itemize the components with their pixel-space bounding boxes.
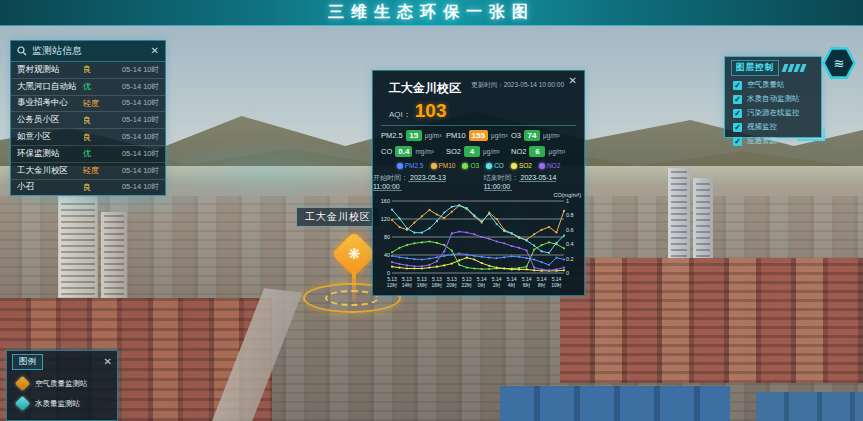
pollutant-unit: μg/m³ — [548, 148, 565, 155]
layer-item[interactable]: ✓视频监控 — [725, 120, 821, 134]
layer-panel: 图层控制 ✓空气质量站✓水质自动监测站✓污染源在线监控✓视频监控✓应急资源 — [724, 56, 822, 138]
aqi-popup: 工大金川校区 更新时间：2023-05-14 10:00:00 ✕ AQI： 1… — [372, 70, 585, 296]
pollutant-value-badge: 0.4 — [395, 146, 412, 157]
industrial-roofs — [756, 392, 863, 421]
station-grade: 良 — [83, 132, 109, 143]
legend-dot-icon — [397, 163, 403, 169]
legend-item: 空气质量监测站 — [7, 373, 117, 393]
checkbox-checked-icon[interactable]: ✓ — [733, 109, 742, 118]
pollutant-cell: O374μg/m³ — [511, 130, 576, 141]
title-bar: 三维生态环保一张图 — [0, 0, 863, 26]
chart-series-PM10 — [392, 206, 564, 240]
pollutant-name: O3 — [511, 131, 521, 140]
update-time: 更新时间：2023-05-14 10:00:00 — [471, 81, 564, 90]
map-legend-title: 图例 — [12, 354, 43, 370]
aqi-popup-title: 工大金川校区 — [389, 81, 461, 95]
popup-chart: 0408012016000.20.40.60.81CO(mg/m³)5.1312… — [373, 192, 582, 292]
station-row[interactable]: 工大金川校区轻度05-14 10时 — [11, 163, 165, 180]
layer-label: 水质自动监测站 — [747, 94, 800, 104]
station-row[interactable]: 小召良05-14 10时 — [11, 180, 165, 197]
close-icon[interactable]: ✕ — [569, 76, 577, 86]
layer-item[interactable]: ✓水质自动监测站 — [725, 92, 821, 106]
layer-label: 污染源在线监控 — [747, 108, 800, 118]
legend-label: PM2.5 — [405, 162, 424, 169]
layer-item[interactable]: ✓空气质量站 — [725, 78, 821, 92]
pollutant-value-badge: 74 — [524, 130, 540, 141]
layer-item[interactable]: ✓应急资源 — [725, 134, 821, 148]
legend-label: SO2 — [519, 162, 532, 169]
map-legend-header: 图例 ✕ — [7, 351, 117, 373]
station-grade: 轻度 — [83, 98, 109, 109]
chart-legend-item[interactable]: PM2.5 — [397, 162, 424, 169]
svg-text:CO(mg/m³): CO(mg/m³) — [554, 192, 582, 198]
checkbox-checked-icon[interactable]: ✓ — [733, 137, 742, 146]
chart-legend-item[interactable]: NO2 — [539, 162, 560, 169]
layer-label: 空气质量站 — [747, 80, 785, 90]
svg-text:40: 40 — [384, 252, 390, 258]
station-name: 大黑河口自动站 — [17, 81, 83, 93]
close-icon[interactable]: ✕ — [104, 357, 112, 367]
station-grade: 轻度 — [83, 165, 109, 176]
chart-legend-item[interactable]: SO2 — [511, 162, 532, 169]
checkbox-checked-icon[interactable]: ✓ — [733, 95, 742, 104]
svg-text:5.1312时: 5.1312时 — [387, 276, 398, 288]
chart-legend-item[interactable]: O3 — [462, 162, 479, 169]
svg-text:0: 0 — [566, 270, 569, 276]
building-highrise — [668, 168, 690, 272]
svg-text:5.146时: 5.146时 — [522, 276, 532, 288]
station-grade: 良 — [83, 115, 109, 126]
pollutant-cell: PM2.515μg/m³ — [381, 130, 446, 141]
station-name: 公务员小区 — [17, 114, 83, 126]
pollutant-value-badge: 15 — [406, 130, 422, 141]
pollutant-unit: μg/m³ — [543, 132, 560, 139]
svg-text:0.6: 0.6 — [566, 227, 574, 233]
map-legend-panel: 图例 ✕ 空气质量监测站水质量监测站 — [6, 350, 118, 421]
legend-label: PM10 — [439, 162, 456, 169]
station-row[interactable]: 事业招考中心轻度05-14 10时 — [11, 96, 165, 113]
checkbox-checked-icon[interactable]: ✓ — [733, 123, 742, 132]
close-icon[interactable]: ✕ — [151, 46, 159, 56]
chart-legend: PM2.5PM10O3COSO2NO2 — [373, 162, 584, 169]
station-grade: 良 — [83, 182, 109, 193]
station-row[interactable]: 公务员小区良05-14 10时 — [11, 112, 165, 129]
stripe-decoration — [783, 64, 805, 72]
svg-text:5.148时: 5.148时 — [537, 276, 547, 288]
aqi-label: AQI： — [389, 109, 411, 120]
layer-label: 应急资源 — [747, 136, 777, 146]
legend-item: 水质量监测站 — [7, 393, 117, 413]
legend-item-label: 空气质量监测站 — [35, 379, 88, 389]
map-legend-list: 空气质量监测站水质量监测站 — [7, 373, 117, 413]
pollutant-value-badge: 6 — [529, 146, 545, 157]
pollutant-unit: μg/m³ — [425, 132, 442, 139]
chart-legend-item[interactable]: PM10 — [431, 162, 456, 169]
time-range-row: 开始时间：2023-05-13 11:00:00 结束时间：2023-05-14… — [373, 173, 584, 190]
svg-text:5.1410时: 5.1410时 — [551, 276, 562, 288]
layer-item[interactable]: ✓污染源在线监控 — [725, 106, 821, 120]
layer-label: 视频监控 — [747, 122, 777, 132]
checkbox-checked-icon[interactable]: ✓ — [733, 81, 742, 90]
svg-text:5.1322时: 5.1322时 — [462, 276, 473, 288]
svg-text:80: 80 — [384, 234, 390, 240]
station-panel-header: 监测站信息 ✕ — [11, 41, 165, 62]
chart-legend-item[interactable]: CO — [486, 162, 504, 169]
page-title: 三维生态环保一张图 — [328, 2, 535, 23]
station-time: 05-14 10时 — [109, 149, 159, 159]
station-panel: 监测站信息 ✕ 贾村观测站良05-14 10时大黑河口自动站优05-14 10时… — [10, 40, 166, 196]
station-row[interactable]: 如意小区良05-14 10时 — [11, 129, 165, 146]
legend-dot-icon — [431, 163, 437, 169]
pollutant-name: PM10 — [446, 131, 466, 140]
station-row[interactable]: 环保监测站优05-14 10时 — [11, 146, 165, 163]
station-row[interactable]: 贾村观测站良05-14 10时 — [11, 62, 165, 79]
pollutant-unit: mg/m³ — [415, 148, 433, 155]
svg-text:5.142时: 5.142时 — [492, 276, 502, 288]
station-row[interactable]: 大黑河口自动站优05-14 10时 — [11, 79, 165, 96]
station-name: 贾村观测站 — [17, 64, 83, 76]
station-name: 如意小区 — [17, 131, 83, 143]
station-grade: 优 — [83, 148, 109, 159]
pollutant-value-badge: 4 — [464, 146, 480, 157]
svg-text:0.8: 0.8 — [566, 212, 574, 218]
legend-dot-icon — [511, 163, 517, 169]
svg-text:5.1316时: 5.1316时 — [417, 276, 428, 288]
legend-dot-icon — [539, 163, 545, 169]
legend-item-label: 水质量监测站 — [35, 399, 80, 409]
